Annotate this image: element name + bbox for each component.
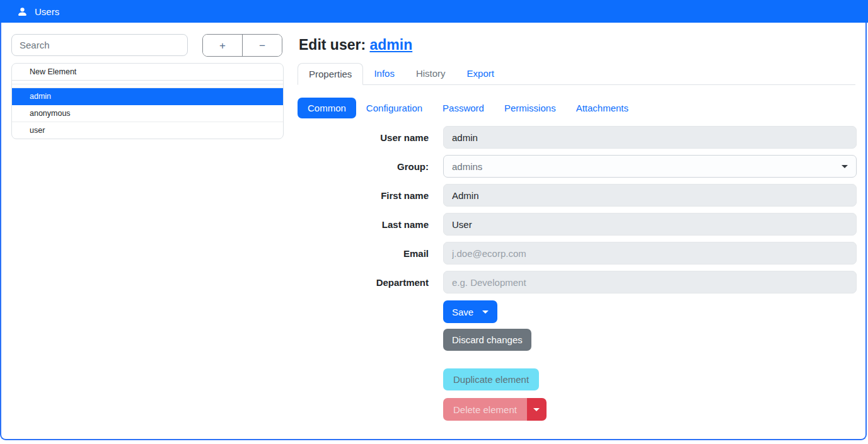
delete-dropdown-toggle[interactable] <box>527 398 547 421</box>
subtab-password[interactable]: Password <box>432 98 494 118</box>
form-actions: Save Discard changes Duplicate element D… <box>443 300 855 421</box>
save-button[interactable]: Save <box>443 300 497 323</box>
sidebar: + − New Element admin anonymous user <box>1 23 289 439</box>
person-icon <box>17 6 28 17</box>
subtab-common[interactable]: Common <box>298 98 356 118</box>
firstname-field[interactable] <box>443 184 857 207</box>
department-field[interactable] <box>443 271 857 293</box>
username-label: User name <box>298 132 429 143</box>
form-row: Last name <box>298 213 855 236</box>
tab-history[interactable]: History <box>405 63 456 84</box>
caret-down-icon <box>533 408 540 411</box>
email-field[interactable] <box>443 242 857 265</box>
tab-properties[interactable]: Properties <box>298 63 363 85</box>
firstname-label: First name <box>298 190 429 201</box>
group-select[interactable]: admins <box>443 155 857 178</box>
username-field[interactable] <box>443 126 857 149</box>
discard-changes-button[interactable]: Discard changes <box>443 329 531 351</box>
edited-user-link[interactable]: admin <box>369 37 412 53</box>
form-row: Email <box>298 242 855 265</box>
delete-button-group: Delete element <box>443 398 547 421</box>
form-row: Group: admins <box>298 155 855 178</box>
page-title-prefix: Edit user: <box>299 37 366 53</box>
sidebar-toolbar: + − <box>11 34 289 57</box>
tab-export[interactable]: Export <box>456 63 505 84</box>
element-list: New Element admin anonymous user <box>11 63 284 139</box>
delete-element-button[interactable]: Delete element <box>443 398 527 421</box>
add-element-button[interactable]: + <box>203 35 242 56</box>
form-row: User name <box>298 126 855 149</box>
subtab-attachments[interactable]: Attachments <box>566 98 639 118</box>
group-select-value: admins <box>452 161 482 172</box>
department-label: Department <box>298 277 429 288</box>
navbar-title: Users <box>35 6 59 17</box>
page-title: Edit user: admin <box>299 37 855 54</box>
top-navbar: Users <box>0 0 868 23</box>
caret-down-icon <box>842 165 848 168</box>
list-item-admin[interactable]: admin <box>12 88 283 105</box>
sub-tab-bar: Common Configuration Password Permission… <box>298 98 855 118</box>
subtab-configuration[interactable]: Configuration <box>356 98 432 118</box>
content-frame: + − New Element admin anonymous user Edi… <box>0 23 867 440</box>
duplicate-element-button[interactable]: Duplicate element <box>443 368 539 390</box>
search-input[interactable] <box>11 34 188 56</box>
list-item-anonymous[interactable]: anonymous <box>12 105 283 122</box>
tab-bar: Properties Infos History Export <box>298 63 855 85</box>
main-panel: Edit user: admin Properties Infos Histor… <box>289 23 865 439</box>
form-row: Department <box>298 271 855 293</box>
list-item-user[interactable]: user <box>12 122 283 139</box>
tab-infos[interactable]: Infos <box>363 63 405 84</box>
lastname-label: Last name <box>298 219 429 230</box>
subtab-permissions[interactable]: Permissions <box>494 98 566 118</box>
group-label: Group: <box>298 161 429 172</box>
remove-element-button[interactable]: − <box>242 35 282 56</box>
lastname-field[interactable] <box>443 213 857 236</box>
add-remove-button-group: + − <box>202 34 282 57</box>
user-form: User name Group: admins First name Last … <box>298 126 855 293</box>
email-label: Email <box>298 248 429 259</box>
form-row: First name <box>298 184 855 207</box>
save-button-label: Save <box>452 307 473 317</box>
caret-down-icon <box>482 310 489 314</box>
list-item-new-element[interactable]: New Element <box>12 64 283 81</box>
